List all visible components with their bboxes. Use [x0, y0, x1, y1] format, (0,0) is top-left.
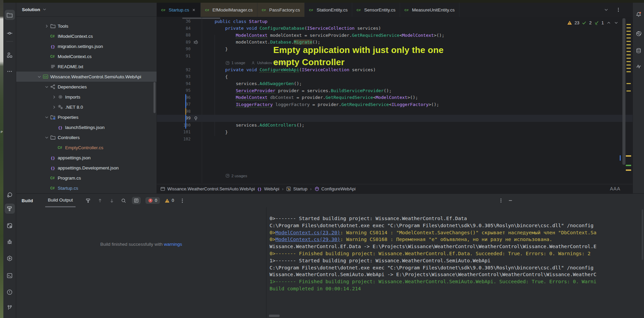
tab-efmodelmanager-cs[interactable]: C#EfModelManager.cs [201, 3, 257, 17]
build-options-icon[interactable] [179, 198, 185, 204]
code-line-98[interactable]: 98 [157, 108, 633, 115]
tabs-overflow-chevron-icon[interactable] [604, 7, 609, 12]
stripe-warning-mark[interactable] [626, 68, 631, 69]
tab-startup-cs[interactable]: C#Startup.cs [157, 3, 201, 17]
prev-message-icon[interactable] [97, 198, 103, 204]
chevron-down-icon[interactable] [42, 7, 47, 12]
usages-annotation[interactable]: 2 usages [225, 174, 247, 178]
chevron-down-icon[interactable] [35, 74, 43, 79]
structure-button[interactable] [5, 50, 15, 60]
services-button[interactable] [5, 220, 15, 231]
code-line-95[interactable]: 95ServiceProvider provider = services.Bu… [157, 87, 633, 94]
console-h-scrollbar[interactable] [269, 315, 280, 317]
tab-passfactory-cs[interactable]: C#PassFactory.cs [257, 3, 305, 17]
tree-item-wissance-weathercontrol-semiauto-webapi[interactable]: C#Wissance.WeatherControl.SemiAuto.WebAp… [16, 72, 157, 82]
code-line-94[interactable]: 94services.AddSwaggerGen(); [157, 80, 633, 87]
code-line-36[interactable]: 36public class Startup [157, 18, 633, 25]
run-button[interactable] [5, 253, 15, 263]
chevron-down-icon[interactable] [43, 115, 50, 120]
tree-item-appsettings-json[interactable]: {}appsettings.json [16, 153, 157, 163]
notifications-button[interactable] [634, 9, 644, 20]
breadcrumb-item-wissance-weathercontrol-semiauto-webapi[interactable]: Wissance.WeatherControl.SemiAuto.WebApi [160, 186, 255, 191]
tree-item-launchsettings-json[interactable]: {}launchSettings.json [16, 122, 157, 132]
code-area[interactable]: 36public class Startup84private void Con… [157, 18, 633, 142]
ai-assistant-button[interactable] [634, 28, 644, 38]
stripe-warning-mark[interactable] [626, 54, 631, 55]
tree-item-imports[interactable]: Imports [16, 92, 157, 102]
debug-button[interactable] [5, 237, 15, 247]
commit-button[interactable] [5, 28, 15, 38]
code-line-88[interactable]: 88ModelContext modelContext = servicePro… [157, 32, 633, 39]
stripe-warning-mark[interactable] [626, 27, 631, 28]
tree-item-controllers[interactable]: Controllers [16, 132, 157, 142]
stripe-mark[interactable] [626, 155, 631, 157]
tree-item-imodelcontext-cs[interactable]: C#IModelContext.cs [16, 31, 157, 41]
stripe-warning-mark[interactable] [626, 58, 631, 59]
toolwindow-options-icon[interactable] [498, 198, 504, 203]
stripe-warning-mark[interactable] [626, 71, 631, 72]
tree-item-appsettings-development-json[interactable]: {}appsettings.Development.json [16, 163, 157, 173]
stripe-warning-mark[interactable] [626, 34, 631, 35]
monitoring-button[interactable] [634, 61, 644, 72]
code-line-102[interactable]: 102 [157, 136, 633, 143]
tab-stationentity-cs[interactable]: C#StationEntity.cs [305, 3, 352, 17]
chevron-down-icon[interactable] [43, 84, 50, 89]
intention-bulb-icon[interactable] [191, 116, 204, 121]
project-view-button[interactable] [5, 10, 15, 20]
chevron-right-icon[interactable] [43, 24, 50, 29]
tree-item-net-8-0[interactable]: .NET 8.0 [16, 102, 157, 112]
stripe-warning-mark[interactable] [626, 44, 631, 45]
tree-item-dependencies[interactable]: Dependencies [16, 82, 157, 92]
tabs-menu-icon[interactable] [616, 7, 621, 12]
console-file-link[interactable]: ModelContext.cs(23,20) [275, 230, 340, 235]
stripe-mark[interactable] [626, 165, 631, 166]
show-all-messages-toggle[interactable] [132, 197, 141, 204]
build-button[interactable] [5, 204, 15, 214]
code-line-99[interactable]: 99 [157, 115, 633, 122]
terminal-button[interactable] [5, 270, 15, 281]
tree-item-migration-settings-json[interactable]: {}migration.settings.json [16, 41, 157, 51]
tree-scrollbar[interactable] [153, 82, 156, 113]
tree-item-startup-cs[interactable]: C#Startup.cs [16, 183, 157, 193]
more-tool-windows-button[interactable] [5, 66, 15, 76]
stripe-warning-mark[interactable] [626, 90, 631, 91]
tab-build-output[interactable]: Build Output [45, 194, 76, 207]
errors-filter[interactable]: 0 [145, 197, 160, 204]
stripe-warning-mark[interactable] [626, 37, 631, 38]
breadcrumb-item-webapi[interactable]: {}WebApi [257, 186, 279, 191]
breadcrumb-item-configurewebapi[interactable]: ConfigureWebApi [314, 186, 356, 191]
search-icon[interactable] [121, 198, 127, 204]
stripe-warning-mark[interactable] [626, 48, 631, 49]
code-line-97[interactable]: 97ILoggerFactory loggerFactory = provide… [157, 101, 633, 108]
code-line-101[interactable]: 101} [157, 129, 633, 136]
tab-sensorentity-cs[interactable]: C#SensorEntity.cs [352, 3, 400, 17]
version-control-button[interactable] [5, 302, 15, 313]
console-v-scrollbar[interactable] [642, 209, 643, 260]
build-console[interactable]: 0>------- Started building project: Wiss… [267, 207, 644, 318]
database-button[interactable] [634, 46, 644, 56]
chevron-right-icon[interactable] [50, 105, 58, 110]
solution-panel-header[interactable]: Solution [16, 3, 157, 17]
font-zoom-indicator[interactable]: AAA [610, 186, 620, 191]
stripe-warning-mark[interactable] [626, 24, 631, 25]
chevron-right-icon[interactable] [50, 95, 58, 100]
stripe-warning-mark[interactable] [626, 51, 631, 52]
tree-item-properties[interactable]: Properties [16, 112, 157, 122]
close-icon[interactable] [192, 8, 196, 12]
console-file-link[interactable]: ModelContext.cs(29,30) [275, 237, 340, 242]
hide-toolwindow-icon[interactable] [508, 198, 513, 203]
code-line-96[interactable]: 96ModelContext dbContext = provider.GetR… [157, 94, 633, 101]
stripe-warning-mark[interactable] [626, 64, 631, 65]
stripe-mark[interactable] [626, 169, 631, 171]
recent-change-icon[interactable] [191, 39, 204, 45]
tree-item-emptycontroller-cs[interactable]: C#EmptyController.cs [16, 142, 157, 153]
warnings-link[interactable]: warnings [164, 242, 182, 247]
tab-measureunitentity-cs[interactable]: C#MeasureUnitEntity.cs [400, 3, 459, 17]
tree-item-program-cs[interactable]: C#Program.cs [16, 173, 157, 183]
code-line-84[interactable]: 84private void ConfigureDatabase(IServic… [157, 25, 633, 32]
tree-item-modelcontext-cs[interactable]: C#ModelContext.cs [16, 51, 157, 61]
warnings-filter[interactable]: 0 [165, 198, 174, 203]
stripe-warning-mark[interactable] [626, 83, 631, 84]
problems-button[interactable] [5, 287, 15, 297]
breadcrumb-item-startup[interactable]: Startup [286, 186, 307, 191]
